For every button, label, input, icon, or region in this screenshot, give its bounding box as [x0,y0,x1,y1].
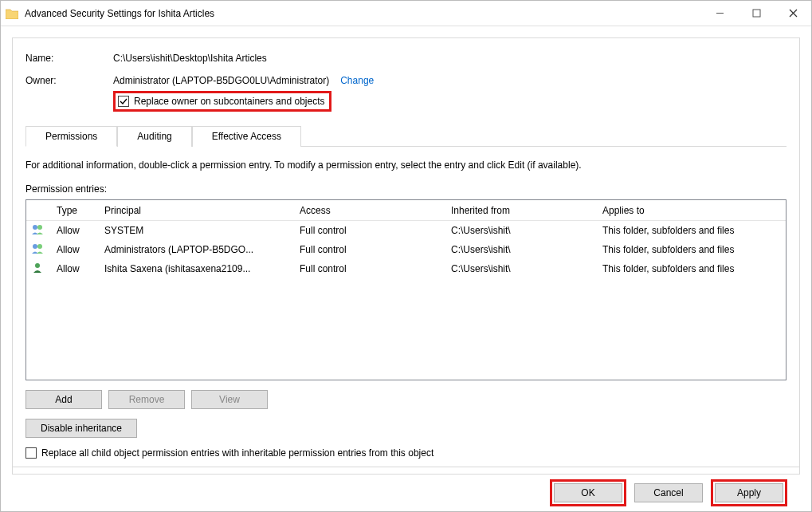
ok-button[interactable]: OK [554,483,622,502]
cell-access: Full control [295,244,446,255]
disable-inheritance-button[interactable]: Disable inheritance [25,419,137,438]
highlight-ok: OK [550,479,626,506]
view-button: View [191,390,268,409]
security-settings-window: Advanced Security Settings for Ishita Ar… [0,0,812,512]
cell-inherited: C:\Users\ishit\ [446,263,598,274]
replace-owner-label: Replace owner on subcontainers and objec… [134,96,324,107]
table-header: Type Principal Access Inherited from App… [26,200,786,221]
col-access-header[interactable]: Access [295,205,446,216]
svg-rect-1 [753,10,760,17]
cell-access: Full control [295,225,446,236]
window-title: Advanced Security Settings for Ishita Ar… [25,8,701,19]
owner-label: Owner: [25,75,113,86]
name-label: Name: [25,53,113,64]
group-icon [26,224,52,238]
cell-principal: Administrators (LAPTOP-B5DGO... [100,244,295,255]
window-controls [701,1,811,26]
cancel-button[interactable]: Cancel [634,483,703,502]
tabs: Permissions Auditing Effective Access [25,126,787,147]
user-icon [26,262,52,276]
replace-child-row: Replace all child object permission entr… [25,447,787,459]
content-area: Name: C:\Users\ishit\Desktop\Ishita Arti… [1,26,811,511]
table-row[interactable]: Allow SYSTEM Full control C:\Users\ishit… [26,221,786,240]
col-type-header[interactable]: Type [52,205,100,216]
table-row[interactable]: Allow Administrators (LAPTOP-B5DGO... Fu… [26,240,786,259]
tab-permissions[interactable]: Permissions [25,126,117,147]
table-row[interactable]: Allow Ishita Saxena (ishitasaxena2109...… [26,259,786,278]
add-button[interactable]: Add [25,390,102,409]
info-text: For additional information, double-click… [25,160,787,171]
highlight-replace-owner: Replace owner on subcontainers and objec… [113,91,331,112]
svg-point-6 [33,244,37,249]
replace-owner-row: Replace owner on subcontainers and objec… [113,91,787,112]
cell-type: Allow [52,225,100,236]
cell-access: Full control [295,263,446,274]
cell-inherited: C:\Users\ishit\ [446,225,598,236]
col-applies-header[interactable]: Applies to [598,205,786,216]
replace-owner-checkbox[interactable] [118,96,129,107]
highlight-apply: Apply [711,479,787,506]
cell-inherited: C:\Users\ishit\ [446,244,598,255]
close-button[interactable] [775,1,811,26]
group-icon [26,243,52,257]
footer-separator [13,467,799,467]
cell-applies: This folder, subfolders and files [598,263,786,274]
maximize-button[interactable] [738,1,775,26]
replace-child-label: Replace all child object permission entr… [41,447,433,459]
cell-applies: This folder, subfolders and files [598,244,786,255]
col-inherited-header[interactable]: Inherited from [446,205,598,216]
entries-label: Permission entries: [25,183,787,195]
owner-row: Owner: Administrator (LAPTOP-B5DGO0LU\Ad… [25,75,787,86]
tab-auditing[interactable]: Auditing [117,126,191,147]
cell-type: Allow [52,244,100,255]
name-row: Name: C:\Users\ishit\Desktop\Ishita Arti… [25,53,787,64]
svg-point-7 [37,244,42,249]
dialog-footer: OK Cancel Apply [12,475,800,511]
main-panel: Name: C:\Users\ishit\Desktop\Ishita Arti… [12,37,800,475]
permission-entries-table[interactable]: Type Principal Access Inherited from App… [25,199,787,380]
apply-button[interactable]: Apply [715,483,783,502]
svg-point-5 [37,225,42,230]
cell-principal: Ishita Saxena (ishitasaxena2109... [100,263,295,274]
entry-buttons: Add Remove View [25,390,787,409]
svg-point-8 [35,263,40,268]
tab-effective-access[interactable]: Effective Access [192,126,301,147]
folder-icon [6,8,18,19]
svg-point-4 [33,225,37,230]
change-owner-link[interactable]: Change [340,75,374,86]
tab-body: For additional information, double-click… [25,146,787,467]
name-value: C:\Users\ishit\Desktop\Ishita Articles [113,53,267,64]
col-principal-header[interactable]: Principal [100,205,295,216]
cell-principal: SYSTEM [100,225,295,236]
cell-applies: This folder, subfolders and files [598,225,786,236]
remove-button: Remove [108,390,185,409]
titlebar: Advanced Security Settings for Ishita Ar… [1,1,811,26]
owner-value: Administrator (LAPTOP-B5DGO0LU\Administr… [113,75,329,86]
cancel-wrap: Cancel [634,483,703,502]
replace-child-checkbox[interactable] [25,447,37,459]
cell-type: Allow [52,263,100,274]
minimize-button[interactable] [701,1,738,26]
